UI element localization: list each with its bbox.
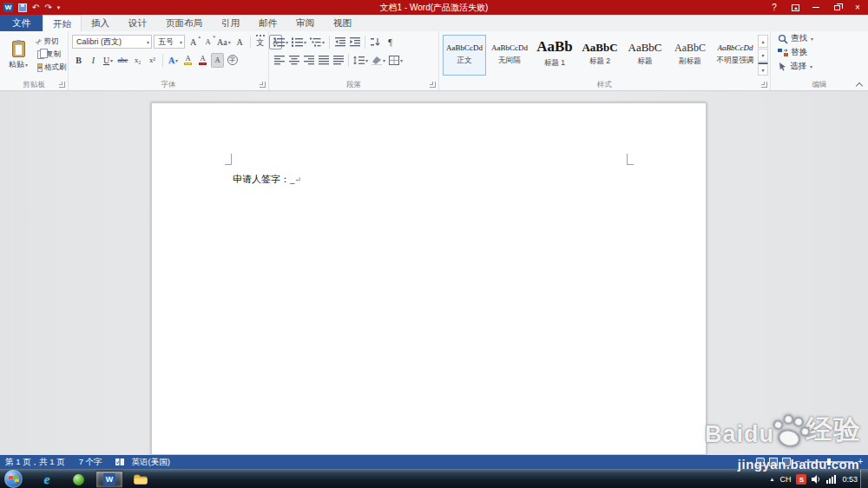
language-indicator[interactable]: 英语(美国) [132,457,170,468]
align-right-button[interactable] [302,53,315,68]
document-page[interactable]: 申请人签字：_↵ [151,102,707,455]
close-button[interactable]: × [847,0,868,15]
show-formatting-marks-button[interactable]: ¶ [384,35,397,49]
restore-button[interactable] [826,0,847,15]
numbered-list-button[interactable]: ▾ [291,35,307,49]
align-center-button[interactable] [287,53,300,68]
font-color-button[interactable]: A [196,53,209,68]
collapse-ribbon-button[interactable] [856,81,863,88]
style-heading-2[interactable]: AaBbC标题 2 [578,35,621,76]
justify-button[interactable] [317,53,330,68]
shading-button[interactable]: ▾ [371,53,386,68]
tab-view[interactable]: 视图 [324,15,361,31]
volume-icon[interactable] [812,475,821,484]
zoom-out-button[interactable]: − [795,458,800,466]
bullet-list-button[interactable]: ▾ [273,35,289,49]
minimize-button[interactable] [806,0,826,15]
start-button[interactable] [4,470,23,488]
multilevel-list-button[interactable]: ▾ [309,35,326,49]
styles-dialog-launcher[interactable] [761,82,767,88]
style-gallery-down-button[interactable]: ▾ [758,49,768,62]
save-button[interactable] [18,3,27,12]
highlight-color-button[interactable]: A [181,53,194,68]
tab-insert[interactable]: 插入 [82,15,119,31]
taskbar-ie-button[interactable]: e [33,471,61,488]
line-spacing-button[interactable]: ▾ [352,53,369,68]
redo-button[interactable]: ↷ [44,3,51,12]
strikethrough-button[interactable]: abc [116,53,129,68]
tab-mailings[interactable]: 邮件 [249,15,286,31]
tab-references[interactable]: 引用 [212,15,249,31]
font-name-combo[interactable]: Calibri (西文)▾ [72,35,152,49]
enclose-characters-button[interactable]: 字 [226,53,239,68]
qat-customize-button[interactable]: ▾ [57,4,61,11]
network-icon[interactable] [826,475,837,484]
font-size-combo[interactable]: 五号▾ [154,35,185,49]
show-hidden-icons-button[interactable]: ▲ [770,477,775,482]
ribbon-display-options-button[interactable] [785,0,806,15]
document-text-line[interactable]: 申请人签字：_↵ [233,173,301,186]
sogou-input-icon[interactable]: S [796,474,806,485]
undo-button[interactable]: ↶ [32,3,39,12]
font-dialog-launcher[interactable] [260,82,266,88]
style-title[interactable]: AaBbC标题 [623,35,667,76]
sort-button[interactable] [369,35,382,49]
style-heading-1[interactable]: AaBb标题 1 [533,35,576,76]
read-mode-button[interactable] [756,458,765,466]
tab-page-layout[interactable]: 页面布局 [156,15,212,31]
clear-formatting-button[interactable]: A [233,35,247,49]
superscript-button[interactable]: x² [146,53,159,68]
phonetic-guide-button[interactable]: 文 [254,35,267,49]
clipboard-dialog-launcher[interactable] [59,82,65,88]
paragraph-dialog-launcher[interactable] [430,82,436,88]
style-subtitle[interactable]: AaBbC副标题 [668,35,712,76]
print-layout-button[interactable] [769,458,778,466]
character-shading-button[interactable]: A [211,53,224,68]
taskbar-explorer-button[interactable] [127,471,155,488]
style-gallery-more-button[interactable]: ▾ [758,63,768,76]
italic-button[interactable]: I [87,53,100,68]
zoom-slider-thumb[interactable] [827,458,831,465]
clipboard-icon [12,41,25,57]
taskbar-clock[interactable]: 0:53 [842,475,858,484]
copy-button[interactable]: 复制 [36,48,68,61]
increase-indent-button[interactable] [348,35,361,49]
zoom-slider[interactable] [805,461,853,463]
underline-button[interactable]: U▾ [102,53,115,68]
web-layout-button[interactable] [782,458,791,466]
paste-button[interactable]: 粘贴▾ [3,34,34,77]
text-effects-button[interactable]: A▾ [167,53,180,68]
bold-button[interactable]: B [72,53,85,68]
numbered-list-icon [292,37,303,47]
language-badge[interactable]: CH [779,475,791,484]
tab-home[interactable]: 开始 [43,15,82,31]
style-normal[interactable]: AaBbCcDd正文 [443,35,486,76]
replace-button[interactable]: 替换 [771,46,868,59]
borders-button[interactable]: ▾ [388,53,404,68]
format-painter-button[interactable]: 格式刷 [36,61,68,74]
page-indicator[interactable]: 第 1 页，共 1 页 [5,457,65,468]
style-no-spacing[interactable]: AaBbCcDd无间隔 [488,35,531,76]
show-desktop-button[interactable] [860,470,868,488]
taskbar-app2-button[interactable] [64,471,92,488]
tab-file[interactable]: 文件 [0,15,43,31]
cut-button[interactable]: ✂剪切 [36,35,68,48]
subscript-button[interactable]: x₂ [131,53,144,68]
shrink-font-button[interactable]: A▾ [201,35,214,49]
taskbar-word-button[interactable]: W [95,471,123,488]
align-left-button[interactable] [273,53,286,68]
help-button[interactable]: ? [764,0,785,15]
zoom-in-button[interactable]: + [858,458,863,466]
style-gallery-up-button[interactable]: ▴ [758,35,768,48]
decrease-indent-button[interactable] [333,35,346,49]
proofing-status-icon[interactable] [115,458,125,466]
change-case-button[interactable]: Aa▾ [216,35,232,49]
grow-font-button[interactable]: A▴ [187,35,200,49]
tab-review[interactable]: 审阅 [286,15,324,31]
distribute-button[interactable] [332,53,345,68]
style-subtle-emphasis[interactable]: AaBbCcDd不明显强调 [713,35,757,76]
tab-design[interactable]: 设计 [119,15,156,31]
word-count[interactable]: 7 个字 [79,457,102,468]
select-button[interactable]: 选择 ▾ [771,60,868,73]
find-button[interactable]: 查找 ▾ [771,32,868,45]
